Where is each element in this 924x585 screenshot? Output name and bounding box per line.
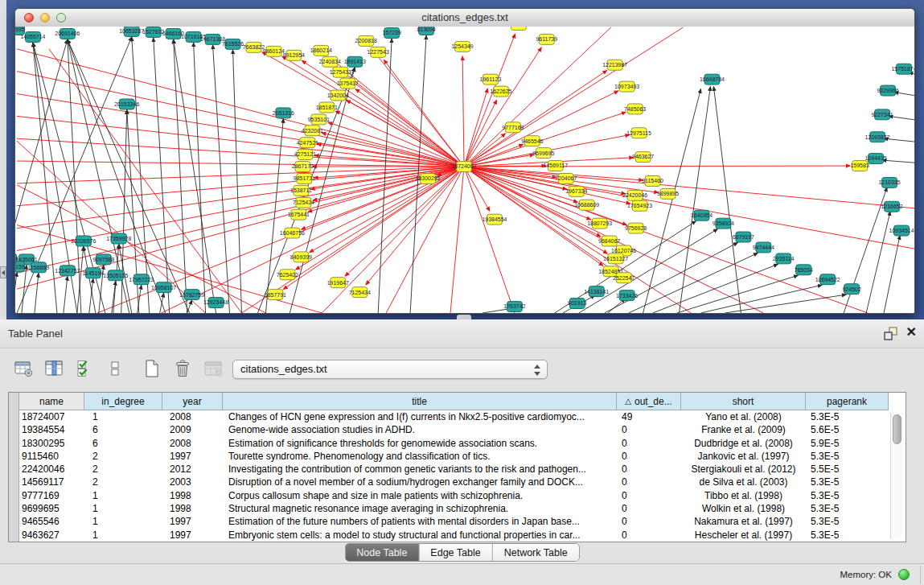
graph-node[interactable]: 9851731 — [294, 173, 315, 183]
graph-node[interactable]: 18300295 — [416, 173, 441, 183]
graph-node[interactable]: 15751874 — [891, 64, 914, 74]
table-row[interactable]: 969969511998Structural magnetic resonanc… — [19, 502, 889, 515]
show-columns-icon[interactable] — [43, 358, 64, 379]
graph-node[interactable]: 1527602 — [142, 27, 164, 37]
column-header-out_de[interactable]: △out_de... — [617, 393, 681, 410]
graph-node[interactable]: 8912954 — [283, 50, 305, 60]
graph-node[interactable]: 1675441 — [288, 209, 310, 220]
graph-node[interactable]: 16958107 — [151, 282, 176, 293]
graph-node[interactable]: 9857791 — [265, 290, 286, 300]
table-row[interactable]: 1938455462009Genome-wide association stu… — [19, 423, 889, 436]
graph-node[interactable]: 4232081 — [302, 126, 323, 136]
graph-node[interactable]: 2935114 — [773, 253, 795, 264]
graph-node[interactable]: 7625402 — [277, 270, 298, 280]
graph-node[interactable]: 12093872 — [865, 132, 890, 142]
graph-node[interactable]: 17957223 — [129, 274, 154, 285]
close-panel-icon[interactable]: ✕ — [906, 324, 917, 340]
graph-node[interactable]: 4247521 — [297, 138, 318, 148]
graph-node[interactable]: 2867170 — [292, 162, 314, 172]
graph-node[interactable]: 12975115 — [626, 128, 651, 138]
graph-node[interactable]: 18807293 — [587, 218, 612, 229]
column-header-title[interactable]: title — [223, 393, 617, 410]
graph-node[interactable]: 9777169 — [502, 122, 524, 133]
graph-node[interactable]: 12213987 — [602, 60, 627, 70]
graph-node[interactable]: 12342757 — [55, 266, 80, 276]
graph-node[interactable]: 9097588 — [92, 254, 114, 265]
graph-node[interactable]: 10694522 — [815, 274, 840, 285]
graph-node[interactable]: 1538711 — [290, 185, 312, 196]
column-header-pagerank[interactable]: pagerank — [806, 393, 889, 410]
graph-node[interactable]: 159583 — [850, 161, 869, 171]
graph-node[interactable]: 19384554 — [482, 214, 507, 225]
graph-node[interactable]: 20206576 — [71, 236, 96, 246]
table-row[interactable]: 1456911722003Disruption of a novel membe… — [19, 476, 889, 488]
graph-node[interactable]: 9684067 — [598, 236, 620, 246]
graph-node[interactable]: 20153346 — [114, 99, 139, 109]
table-row[interactable]: 1830029562008Estimation of significance … — [19, 437, 889, 450]
window-titlebar[interactable]: citations_edges.txt — [15, 9, 914, 27]
graph-node[interactable]: 1919647 — [327, 278, 349, 288]
graph-node[interactable]: 6679197 — [733, 232, 754, 242]
graph-node[interactable]: 13505135 — [103, 270, 128, 281]
graph-node[interactable]: 813094 — [417, 27, 435, 35]
graph-node[interactable]: 2200818 — [355, 35, 377, 46]
graph-node[interactable]: 1961123 — [480, 74, 502, 84]
row-selection-icon[interactable] — [105, 358, 125, 379]
graph-node[interactable]: 7125434 — [349, 287, 371, 298]
graph-node[interactable]: 20691406 — [55, 28, 80, 39]
table-row[interactable]: 1872400712008Changes of HCN gene express… — [19, 410, 889, 423]
graph-node[interactable]: 14136141 — [584, 286, 609, 297]
graph-node[interactable]: 1733426 — [616, 290, 638, 301]
panel-collapse-handle[interactable] — [0, 266, 6, 278]
graph-node[interactable]: 1216652 — [881, 201, 902, 212]
graph-node[interactable]: 9474444 — [753, 242, 774, 253]
graph-node[interactable]: 12923448 — [203, 298, 228, 308]
memory-status-icon[interactable] — [898, 569, 910, 580]
graph-node[interactable]: 16151327 — [603, 253, 628, 264]
graph-node[interactable]: 7485063 — [624, 104, 646, 114]
graph-node[interactable]: 1227543 — [368, 47, 389, 57]
graph-node[interactable]: 9227341 — [871, 109, 893, 120]
graph-node[interactable]: 1851871 — [316, 102, 338, 113]
table-selector-dropdown[interactable]: citations_edges.txt — [232, 360, 548, 379]
graph-node[interactable]: 1342004 — [327, 90, 349, 101]
graph-node[interactable]: 10688609 — [574, 200, 599, 210]
graph-node[interactable]: 7615526 — [222, 39, 244, 49]
graph-node[interactable]: 1156869 — [28, 262, 50, 273]
graph-node[interactable]: 7663822 — [243, 42, 265, 52]
graph-node[interactable]: 9329966 — [877, 85, 898, 96]
graph-node[interactable]: 1640954 — [691, 210, 713, 220]
zoom-window-icon[interactable] — [56, 13, 66, 23]
scrollbar-thumb[interactable] — [893, 414, 901, 444]
graph-node[interactable]: 9535101 — [308, 114, 330, 125]
graph-node[interactable]: 9860124 — [263, 46, 285, 56]
graph-node[interactable]: 7204067 — [555, 173, 577, 183]
graph-node[interactable]: 9465546 — [521, 136, 543, 146]
minimize-window-icon[interactable] — [40, 13, 50, 23]
graph-node[interactable]: 9115460 — [642, 175, 663, 186]
table-row[interactable]: 946554611997Estimation of the future num… — [19, 515, 889, 528]
graph-node[interactable]: 2051316 — [273, 108, 294, 118]
tab-edge-table[interactable]: Edge Table — [419, 544, 492, 561]
tab-network-table[interactable]: Network Table — [493, 544, 579, 561]
column-header-name[interactable]: name — [19, 393, 84, 410]
graph-node[interactable]: 9463627 — [632, 152, 654, 163]
graph-node[interactable]: 9699695 — [532, 148, 554, 159]
graph-node[interactable]: 17654923 — [627, 200, 652, 211]
graph-node[interactable]: 765034 — [795, 265, 813, 275]
graph-node[interactable]: 1860214 — [310, 45, 332, 56]
table-row[interactable]: 911546021997Tourette syndrome. Phenomeno… — [19, 450, 889, 463]
create-column-icon[interactable] — [142, 358, 162, 379]
graph-node[interactable]: 10973493 — [614, 81, 639, 92]
graph-node[interactable]: 924502 — [842, 284, 860, 295]
graph-node[interactable]: 7125424 — [293, 197, 314, 208]
graph-node[interactable]: 2240834 — [319, 56, 341, 67]
table-row[interactable]: 946362711997Embryonic stem cells: a mode… — [19, 529, 889, 542]
graph-node[interactable]: 14055714 — [20, 31, 45, 42]
close-window-icon[interactable] — [24, 13, 34, 23]
graph-node[interactable]: 4275121 — [294, 150, 316, 160]
graph-node[interactable]: 157239 — [383, 27, 401, 38]
table-row[interactable]: 2242004622012Investigating the contribut… — [19, 463, 889, 476]
graph-node[interactable]: 14569117 — [544, 161, 569, 171]
table-row[interactable]: 977716911998Corpus callosum shape and si… — [19, 489, 889, 502]
